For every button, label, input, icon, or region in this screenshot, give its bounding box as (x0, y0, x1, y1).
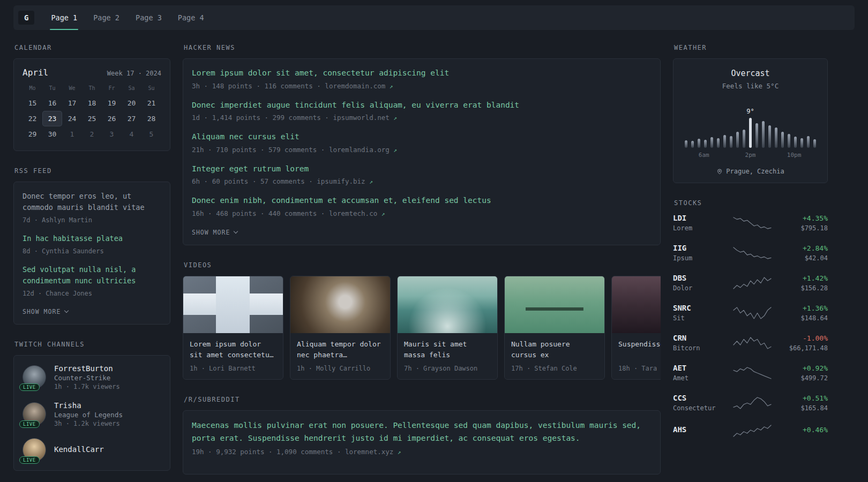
twitch-widget: TWITCH CHANNELS LIVE ForrestBurton Count… (13, 341, 170, 471)
external-link-icon: ↗ (398, 449, 401, 456)
story-source-link[interactable]: ipsumworld.net ↗ (333, 114, 397, 122)
channel-avatar[interactable]: LIVE (23, 365, 46, 389)
calendar-day[interactable]: 30 (42, 126, 62, 142)
story-source-link[interactable]: loremlandia.org ↗ (329, 146, 397, 154)
story-source-link[interactable]: loremtech.co ↗ (329, 209, 385, 217)
story-link[interactable]: Aliquam nec cursus elit (192, 131, 652, 143)
hackernews-show-more-button[interactable]: SHOW MORE (192, 227, 237, 236)
calendar-day[interactable]: 19 (102, 95, 122, 111)
stock-symbol[interactable]: LDI (673, 214, 725, 222)
calendar-day[interactable]: 5 (141, 126, 161, 142)
chevron-down-icon (64, 308, 69, 313)
calendar-section-title: CALENDAR (14, 44, 170, 51)
story-link[interactable]: Donec imperdiet augue tincidunt felis al… (192, 100, 652, 111)
hackernews-item: Lorem ipsum dolor sit amet, consectetur … (192, 67, 652, 92)
channel-game: League of Legends (54, 411, 123, 419)
weather-panel: Overcast Feels like 5°C 9° 6am 2pm 10pm … (673, 58, 828, 183)
calendar-day[interactable]: 21 (141, 95, 161, 111)
rss-meta: 8d · Cynthia Saunders (23, 246, 161, 256)
stock-symbol[interactable]: AET (673, 364, 725, 372)
story-link[interactable]: Donec enim nibh, condimentum et accumsan… (192, 195, 652, 207)
story-link[interactable]: Lorem ipsum dolor sit amet, consectetur … (192, 67, 652, 79)
stock-row[interactable]: CCS Consectetur +0.51% $165.84 (673, 394, 828, 412)
calendar-day[interactable]: 20 (122, 95, 141, 111)
calendar-day[interactable]: 3 (102, 126, 122, 142)
stock-row[interactable]: IIG Ipsum +2.84% $42.04 (673, 244, 828, 262)
stock-symbol[interactable]: CRN (673, 334, 725, 342)
rss-link[interactable]: Sed volutpat nulla nisl, a condimentum n… (23, 264, 161, 287)
calendar-day[interactable]: 29 (23, 126, 42, 142)
story-link[interactable]: Integer eget rutrum lorem (192, 163, 652, 175)
video-card[interactable]: Mauris sit amet massa felis 7h · Grayson… (397, 276, 498, 380)
page-tab[interactable]: Page 4 (170, 5, 212, 30)
stock-row[interactable]: LDI Lorem +4.35% $795.18 (673, 214, 828, 232)
calendar-day[interactable]: 17 (62, 95, 82, 111)
video-card[interactable]: Aliquam tempor dolor nec phaetra… 1h · M… (290, 276, 391, 380)
stock-symbol[interactable]: CCS (673, 394, 725, 402)
page-tabs: Page 1Page 2Page 3Page 4 (43, 5, 212, 30)
stock-symbol[interactable]: DBS (673, 274, 725, 282)
temperature-bar (730, 136, 732, 148)
stock-row[interactable]: DBS Dolor +1.42% $156.28 (673, 274, 828, 292)
calendar-day[interactable]: 27 (122, 111, 141, 126)
calendar-day[interactable]: 22 (23, 111, 42, 126)
stock-row[interactable]: AHS +0.46% (673, 424, 828, 438)
calendar-day[interactable]: 28 (141, 111, 161, 126)
calendar-day[interactable]: 23 (42, 111, 62, 126)
calendar-day[interactable]: 1 (62, 126, 82, 142)
rss-link[interactable]: In hac habitasse platea (23, 233, 161, 244)
subreddit-panel: Maecenas mollis pulvinar erat non posuer… (183, 410, 661, 475)
post-link[interactable]: Maecenas mollis pulvinar erat non posuer… (192, 419, 652, 445)
calendar-day[interactable]: 24 (62, 111, 82, 126)
page-tab[interactable]: Page 3 (128, 5, 170, 30)
post-source-link[interactable]: loremnet.xyz ↗ (345, 448, 401, 456)
stock-sparkline (733, 336, 772, 350)
calendar-day[interactable]: 18 (82, 95, 102, 111)
twitch-channel[interactable]: LIVE ForrestBurton Counter-Strike 1h · 1… (23, 364, 161, 390)
time-label: 2pm (745, 152, 756, 159)
channel-avatar[interactable]: LIVE (23, 438, 46, 462)
stock-symbol[interactable]: IIG (673, 244, 725, 252)
calendar-day[interactable]: 2 (82, 126, 102, 142)
rss-list: Donec tempor eros leo, ut commodo mauris… (23, 191, 161, 298)
stock-row[interactable]: AET Amet +0.92% $499.72 (673, 364, 828, 382)
channel-name[interactable]: KendallCarr (54, 445, 104, 454)
channel-name[interactable]: ForrestBurton (54, 364, 120, 373)
temperature-bar-chart: 9° (682, 103, 819, 148)
calendar-day[interactable]: 25 (82, 111, 102, 126)
stock-sparkline (733, 276, 772, 290)
video-card[interactable]: Nullam posuere cursus ex 17h · Stefan Co… (504, 276, 605, 380)
story-source-link[interactable]: ipsumify.biz ↗ (317, 177, 372, 185)
stock-symbol[interactable]: SNRC (673, 304, 725, 312)
video-card[interactable]: Lorem ipsum dolor sit amet consectetu… 1… (183, 276, 283, 380)
channel-meta: 1h · 1.7k viewers (54, 383, 120, 390)
calendar-day[interactable]: 16 (42, 95, 62, 111)
rss-show-more-button[interactable]: SHOW MORE (23, 306, 68, 315)
stock-name: Sit (673, 314, 725, 322)
temperature-bar (704, 140, 707, 148)
story-source-link[interactable]: loremdomain.com ↗ (325, 82, 393, 90)
post-meta: 19h · 9,932 points · 1,090 comments · lo… (192, 447, 652, 457)
hackernews-widget: HACKER NEWS Lorem ipsum dolor sit amet, … (183, 44, 661, 245)
calendar-day[interactable]: 26 (102, 111, 122, 126)
stock-price: $795.18 (779, 224, 828, 232)
twitch-channel[interactable]: LIVE Trisha League of Legends 3h · 1.2k … (23, 401, 161, 427)
rss-link[interactable]: Donec tempor eros leo, ut commodo mauris… (23, 191, 161, 213)
calendar-week-year: Week 17 · 2024 (107, 70, 161, 77)
page-tab[interactable]: Page 2 (85, 5, 128, 30)
stock-row[interactable]: CRN Bitcorn -1.00% $66,171.48 (673, 334, 828, 352)
video-card[interactable]: Suspendisse diam 18h · Tara (611, 276, 661, 380)
stock-row[interactable]: SNRC Sit +1.36% $148.64 (673, 304, 828, 322)
calendar-day[interactable]: 15 (23, 95, 42, 111)
stock-symbol[interactable]: AHS (673, 425, 725, 434)
calendar-day[interactable]: 4 (122, 126, 141, 142)
page-tab[interactable]: Page 1 (43, 5, 85, 30)
weather-location: Prague, Czechia (682, 168, 819, 175)
story-meta: 1d · 1,414 points · 299 comments · ipsum… (192, 113, 652, 123)
hackernews-item: Donec enim nibh, condimentum et accumsan… (192, 195, 652, 219)
stock-price: $499.72 (779, 374, 828, 382)
twitch-channel[interactable]: LIVE KendallCarr (23, 438, 161, 462)
app-logo[interactable]: G (18, 11, 34, 25)
channel-avatar[interactable]: LIVE (23, 402, 46, 426)
channel-name[interactable]: Trisha (54, 401, 123, 410)
